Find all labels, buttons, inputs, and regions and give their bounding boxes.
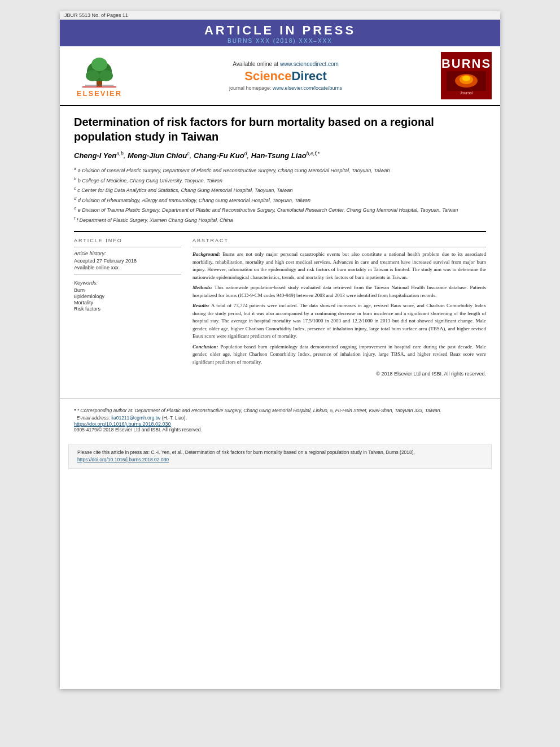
results-text: A total of 73,774 patients were included… — [193, 303, 486, 339]
article-content: Determination of risk factors for burn m… — [60, 106, 500, 387]
available-online-label: Available online at — [233, 61, 278, 67]
sciencedirect-logo: ScienceDirect — [130, 69, 441, 84]
svg-point-3 — [99, 70, 113, 81]
keyword-epidemiology: Epidemiology — [74, 294, 181, 299]
elsevier-tree-icon — [77, 54, 122, 88]
divider-thick — [74, 231, 486, 232]
results-paragraph: Results: A total of 73,774 patients were… — [193, 302, 486, 340]
copyright: © 2018 Elsevier Ltd and ISBI. All rights… — [193, 370, 486, 378]
affiliation-d: d d Division of Rheumatology, Allergy an… — [74, 195, 486, 205]
email-line: E-mail address: lia01211@cgmh.org.tw (H.… — [74, 414, 486, 422]
background-paragraph: Background: Burns are not only major per… — [193, 251, 486, 281]
keywords-section: Keywords: Burn Epidemiology Mortality Ri… — [74, 280, 181, 312]
keywords-label: Keywords: — [74, 280, 181, 286]
doi-link[interactable]: https://doi.org/10.1016/j.burns.2018.02.… — [74, 421, 486, 427]
citation-prefix: Please cite this article in press as: C.… — [77, 449, 415, 455]
info-divider-1 — [74, 247, 181, 247]
available-online-value: Available online xxx — [74, 265, 181, 270]
homepage-label: journal homepage: — [229, 85, 272, 91]
conclusion-paragraph: Conclusion: Population-based burn epidem… — [193, 343, 486, 366]
top-bar: JBUR 5513 No. of Pages 11 — [60, 11, 500, 20]
sciencedirect-link[interactable]: www.sciencedirect.com — [280, 61, 339, 67]
abstract-text: Background: Burns are not only major per… — [193, 251, 486, 378]
email-suffix: (H.-T. Liao). — [162, 415, 187, 421]
methods-paragraph: Methods: This nationwide population-base… — [193, 284, 486, 299]
svg-point-2 — [86, 70, 99, 81]
two-column-layout: ARTICLE INFO Article history: Accepted 2… — [74, 238, 486, 378]
affiliations: a a Division of General Plastic Surgery,… — [74, 165, 486, 224]
background-text: Burns are not only major personal catast… — [193, 251, 486, 280]
keyword-burn: Burn — [74, 287, 181, 293]
journal-homepage: journal homepage: www.elsevier.com/locat… — [130, 85, 441, 91]
conclusion-text: Population-based burn epidemiology data … — [193, 344, 486, 365]
history-label: Article history: — [74, 251, 181, 256]
article-info-header: ARTICLE INFO — [74, 238, 181, 243]
burns-logo-sub: Journal — [460, 91, 473, 95]
abstract-column: ABSTRACT Background: Burns are not only … — [193, 238, 486, 378]
affiliation-e: e e Division of Trauma Plastic Surgery, … — [74, 205, 486, 215]
elsevier-text: ELSEVIER — [77, 89, 122, 98]
citation-box: Please cite this article in press as: C.… — [68, 444, 492, 469]
journal-header: ELSEVIER Available online at www.science… — [60, 46, 500, 106]
aip-title: ARTICLE IN PRESS — [60, 23, 500, 38]
footer-section: * * Corresponding author at: Department … — [60, 398, 500, 439]
article-in-press-banner: ARTICLE IN PRESS BURNS XXX (2018) XXX–XX… — [60, 20, 500, 46]
accepted-date: Accepted 27 February 2018 — [74, 258, 181, 264]
article-title: Determination of risk factors for burn m… — [74, 115, 486, 144]
issue-info: JBUR 5513 No. of Pages 11 — [64, 12, 128, 18]
burns-logo: BURNS Journal — [441, 52, 492, 99]
issn-text: 0305-4179/© 2018 Elsevier Ltd and ISBI. … — [74, 427, 486, 433]
affiliation-b: b b College of Medicine, Chang Gung Univ… — [74, 176, 486, 185]
methods-text: This nationwide population-based study e… — [193, 285, 486, 298]
affiliation-c: c c Center for Big Data Analytics and St… — [74, 185, 486, 195]
page: JBUR 5513 No. of Pages 11 ARTICLE IN PRE… — [60, 11, 500, 689]
article-info-column: ARTICLE INFO Article history: Accepted 2… — [74, 238, 181, 378]
journal-center: Available online at www.sciencedirect.co… — [130, 61, 441, 91]
keyword-risk-factors: Risk factors — [74, 306, 181, 312]
available-online: Available online at www.sciencedirect.co… — [130, 61, 441, 67]
abstract-divider — [193, 247, 486, 247]
abstract-header: ABSTRACT — [193, 238, 486, 243]
conclusion-label: Conclusion: — [193, 344, 218, 350]
results-label: Results: — [193, 303, 209, 308]
corresponding-note: * * Corresponding author at: Department … — [74, 407, 486, 414]
affiliation-a: a a Division of General Plastic Surgery,… — [74, 165, 486, 175]
affiliation-f: f f Department of Plastic Surgery, Xiame… — [74, 215, 486, 225]
elsevier-logo: ELSEVIER — [68, 54, 130, 98]
email-link[interactable]: lia01211@cgmh.org.tw — [111, 415, 160, 421]
burns-logo-image — [447, 71, 486, 91]
methods-label: Methods: — [193, 285, 212, 290]
svg-point-10 — [462, 76, 470, 81]
background-label: Background: — [193, 251, 220, 257]
info-divider-2 — [74, 274, 181, 274]
svg-point-4 — [91, 58, 107, 71]
authors: Cheng-I Yena,b, Meng-Jiun Chiouc, Chang-… — [74, 151, 486, 160]
burns-logo-text: BURNS — [441, 56, 491, 71]
citation-doi[interactable]: https://doi.org/10.1016/j.burns.2018.02.… — [77, 457, 169, 462]
homepage-url[interactable]: www.elsevier.com/locate/burns — [273, 85, 342, 91]
keyword-mortality: Mortality — [74, 300, 181, 305]
aip-subtitle: BURNS XXX (2018) XXX–XXX — [60, 38, 500, 44]
